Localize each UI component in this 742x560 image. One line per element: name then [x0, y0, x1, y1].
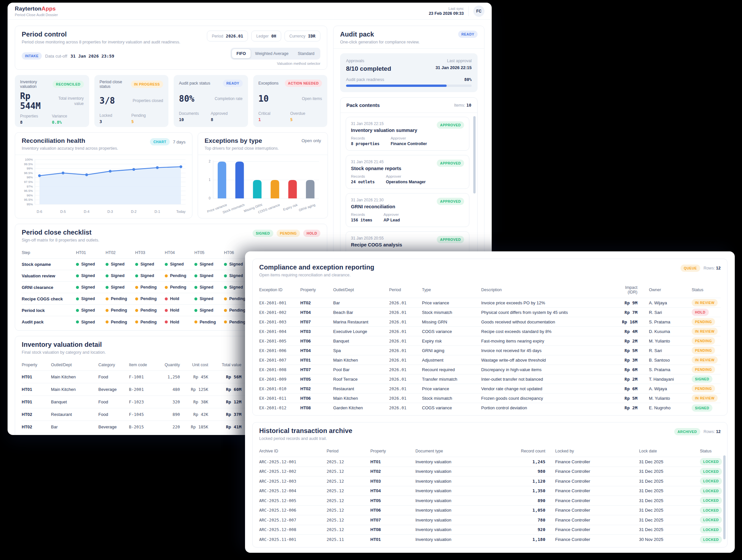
inventory-cell: 1,250: [160, 374, 180, 379]
exception-cell: HT06: [300, 396, 333, 401]
archive-cell: Inventory valuation: [415, 488, 508, 493]
exception-cell: M. Yulianto: [637, 339, 692, 344]
exception-cell: EX-2601-004: [259, 329, 300, 334]
archive-cell: 2025.12: [327, 459, 370, 464]
method-caption: Valuation method selector: [277, 61, 320, 65]
svg-text:99%: 99%: [26, 166, 33, 170]
inventory-cell: HT02: [22, 412, 51, 417]
exception-cell: A. Wijaya: [637, 300, 692, 305]
inventory-cell: HT01: [22, 374, 51, 379]
user-avatar[interactable]: FC: [473, 6, 484, 17]
column-header-ht01: HT01: [76, 250, 106, 255]
status-dot-pending: [135, 320, 138, 323]
exception-cell: Rp 5M: [615, 348, 637, 353]
signoff-label: Pending: [141, 308, 157, 313]
exception-cell: Rp 2M: [615, 405, 637, 410]
method-segmented-control: FIFOWeighted AverageStandard: [230, 48, 320, 59]
svg-text:96.5%: 96.5%: [24, 189, 33, 193]
method-option-fifo[interactable]: FIFO: [232, 49, 250, 58]
status-badge-in-review: IN REVIEW: [692, 356, 718, 364]
archive-cell: 2025.11: [327, 537, 370, 542]
signoff-cell: Signed: [106, 273, 135, 278]
archive-rows-count: Rows: 12: [703, 429, 721, 434]
svg-text:D-6: D-6: [37, 210, 42, 213]
signoff-cell: Signed: [76, 285, 106, 290]
readiness-value: 80%: [464, 77, 472, 82]
svg-text:D-3: D-3: [108, 210, 113, 213]
kpi-label: Inventory valuation: [20, 80, 51, 89]
archive-row-arc-2025-12-003: ARC-2025.12-0032025.12HT03Inventory valu…: [259, 476, 721, 486]
inventory-cell: Rp 42K: [180, 412, 208, 417]
signoff-label: Signed: [111, 285, 125, 290]
method-option-weighted-average[interactable]: Weighted Average: [251, 49, 294, 58]
signoff-label: Signed: [81, 320, 95, 324]
archive-header-row: Archive IDPeriodPropertyDocument typeRec…: [259, 445, 721, 457]
exception-cell: Invoice price exceeds PO by 12%: [481, 300, 615, 305]
reconciliation-health-card: Reconciliation health Inventory valuatio…: [15, 132, 193, 218]
status-dot-pending: [224, 297, 227, 300]
last-sync-label: Last sync: [429, 7, 464, 10]
exception-cell: HT02: [300, 386, 333, 391]
status-cell: LOCKED: [700, 458, 722, 465]
inventory-cell: Banquet: [51, 399, 98, 404]
exception-cell: 2026.01: [389, 386, 422, 391]
inventory-cell: 320: [160, 399, 180, 404]
checklist-step: Period lock: [22, 308, 76, 313]
column-header-ht03: HT03: [135, 250, 165, 255]
locked-badge: LOCKED: [700, 507, 722, 514]
status-dot-signed: [194, 297, 197, 300]
archive-scrollbar[interactable]: [723, 455, 726, 539]
inventory-cell: Beverage: [98, 424, 129, 429]
inventory-cell: Main Kitchen: [51, 387, 98, 392]
exception-cell: Frozen goods count discrepancy: [481, 396, 615, 401]
exception-cell: Stock mismatch: [422, 310, 481, 315]
kpi-caption: Completion rate: [215, 96, 243, 102]
readiness-label: Audit pack readiness: [346, 77, 384, 82]
archive-cell: HT07: [370, 518, 415, 522]
exception-cell: 2026.01: [389, 358, 422, 363]
exception-cell: M. Yulianto: [637, 396, 692, 401]
pack-list-scrollbar[interactable]: [473, 116, 476, 194]
exception-cell: Spa: [333, 348, 389, 353]
kpi-sub-locked: Locked3: [100, 113, 131, 124]
readiness-progress-fill: [346, 85, 447, 87]
archive-cell: ARC-2025.12-004: [259, 488, 327, 493]
signoff-label: Pending: [111, 308, 127, 313]
column-header-record-count: Record count: [508, 449, 545, 453]
select-value: IDR: [308, 34, 315, 39]
select-period[interactable]: Period2026.01: [207, 31, 248, 42]
exception-cell: EX-2601-002: [259, 310, 300, 315]
status-cell: PENDING: [692, 318, 721, 325]
status-badge-in-review: IN REVIEW: [692, 395, 718, 402]
signoff-label: Signed: [81, 308, 95, 313]
method-option-standard[interactable]: Standard: [293, 49, 319, 58]
data-cutoff: INTAKE Data cut-off 31 Jan 2026 23:59: [22, 52, 114, 59]
select-label: Currency: [289, 34, 306, 39]
open-only-label: Open only: [302, 138, 321, 143]
exception-cell: Recipe cost exceeds standard by 8%: [481, 329, 615, 334]
select-currency[interactable]: CurrencyIDR: [284, 31, 320, 42]
signoff-cell: Pending: [135, 320, 165, 324]
inventory-cell: Rp 12M: [208, 399, 242, 404]
kpi-value: 10: [259, 94, 269, 104]
signoff-label: Pending: [111, 320, 127, 324]
select-ledger[interactable]: Ledger0H: [251, 31, 281, 42]
inventory-cell: Food: [98, 399, 129, 404]
svg-text:2: 2: [209, 160, 211, 163]
exception-cell: R. Sari: [637, 310, 692, 315]
inventory-cell: Rp 185K: [180, 424, 208, 429]
column-header-ht05: HT05: [194, 250, 224, 255]
column-header-lock-date: Lock date: [639, 449, 700, 453]
kpi-sub-critical: Critical1: [259, 111, 290, 122]
exception-cell: COGS variance: [422, 405, 481, 410]
exception-cell: Beach Bar: [333, 310, 389, 315]
select-label: Period: [212, 34, 223, 39]
signoff-label: Signed: [111, 262, 125, 266]
status-badge-in-review: IN REVIEW: [692, 299, 718, 306]
app-subtitle: Period Close Audit Dossier: [15, 13, 58, 17]
svg-text:0: 0: [209, 196, 211, 200]
exception-cell: Rp 4M: [615, 329, 637, 334]
status-dot-signed: [76, 320, 79, 323]
exception-cell: S. Pratama: [637, 367, 692, 372]
pack-item-title: GRNI reconciliation: [351, 204, 400, 209]
